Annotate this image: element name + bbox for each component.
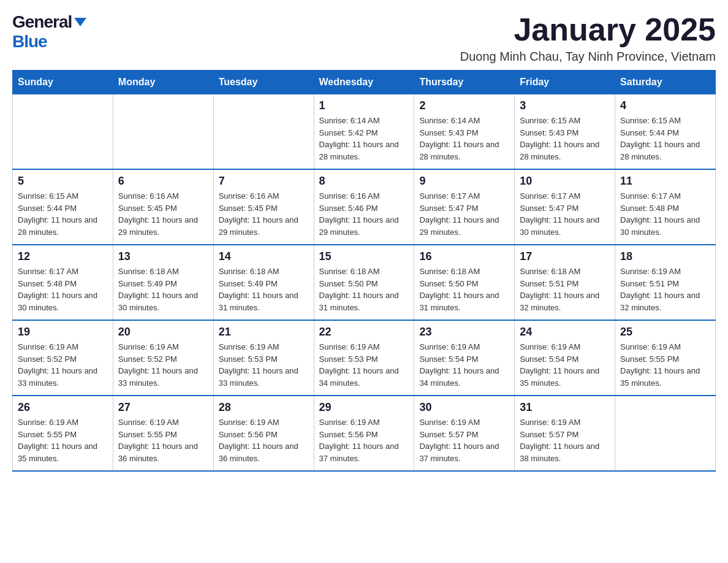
day-info: Sunrise: 6:19 AMSunset: 5:53 PMDaylight:… [319, 341, 409, 389]
calendar-cell: 9Sunrise: 6:17 AMSunset: 5:47 PMDaylight… [414, 169, 515, 245]
day-number: 21 [219, 326, 309, 339]
calendar-cell: 24Sunrise: 6:19 AMSunset: 5:54 PMDayligh… [515, 320, 615, 396]
day-number: 27 [118, 401, 208, 414]
calendar-cell: 21Sunrise: 6:19 AMSunset: 5:53 PMDayligh… [213, 320, 314, 396]
calendar-cell: 5Sunrise: 6:15 AMSunset: 5:44 PMDaylight… [13, 169, 113, 245]
day-info: Sunrise: 6:18 AMSunset: 5:50 PMDaylight:… [419, 266, 509, 313]
header-saturday: Saturday [615, 71, 716, 94]
day-number: 4 [620, 99, 710, 112]
day-number: 17 [520, 250, 610, 263]
day-number: 22 [319, 326, 409, 339]
day-number: 13 [118, 250, 208, 263]
logo-blue-text: Blue [12, 32, 47, 52]
day-info: Sunrise: 6:18 AMSunset: 5:49 PMDaylight:… [219, 266, 309, 313]
day-info: Sunrise: 6:19 AMSunset: 5:55 PMDaylight:… [620, 341, 710, 389]
day-number: 3 [520, 99, 610, 112]
calendar-cell: 25Sunrise: 6:19 AMSunset: 5:55 PMDayligh… [615, 320, 716, 396]
day-number: 10 [520, 175, 610, 188]
header-monday: Monday [113, 71, 213, 94]
calendar-cell: 18Sunrise: 6:19 AMSunset: 5:51 PMDayligh… [615, 245, 716, 320]
calendar-cell [13, 94, 113, 170]
calendar-table: SundayMondayTuesdayWednesdayThursdayFrid… [12, 70, 716, 472]
day-number: 5 [18, 175, 108, 188]
calendar-cell: 20Sunrise: 6:19 AMSunset: 5:52 PMDayligh… [113, 320, 213, 396]
day-info: Sunrise: 6:17 AMSunset: 5:47 PMDaylight:… [419, 190, 509, 238]
calendar-cell: 8Sunrise: 6:16 AMSunset: 5:46 PMDaylight… [314, 169, 414, 245]
calendar-cell: 3Sunrise: 6:15 AMSunset: 5:43 PMDaylight… [515, 94, 615, 170]
calendar-cell: 29Sunrise: 6:19 AMSunset: 5:56 PMDayligh… [314, 396, 414, 471]
day-number: 28 [219, 401, 309, 414]
day-info: Sunrise: 6:19 AMSunset: 5:51 PMDaylight:… [620, 266, 710, 313]
calendar-cell: 26Sunrise: 6:19 AMSunset: 5:55 PMDayligh… [13, 396, 113, 471]
day-number: 1 [319, 99, 409, 112]
month-title: January 2025 [460, 12, 716, 47]
calendar-cell [113, 94, 213, 170]
day-info: Sunrise: 6:19 AMSunset: 5:52 PMDaylight:… [118, 341, 208, 389]
calendar-cell: 7Sunrise: 6:16 AMSunset: 5:45 PMDaylight… [213, 169, 314, 245]
calendar-week-5: 26Sunrise: 6:19 AMSunset: 5:55 PMDayligh… [13, 396, 716, 471]
day-info: Sunrise: 6:19 AMSunset: 5:55 PMDaylight:… [18, 416, 108, 464]
header-wednesday: Wednesday [314, 71, 414, 94]
day-info: Sunrise: 6:19 AMSunset: 5:57 PMDaylight:… [520, 416, 610, 464]
logo: General Blue [12, 12, 86, 52]
calendar-cell: 6Sunrise: 6:16 AMSunset: 5:45 PMDaylight… [113, 169, 213, 245]
day-info: Sunrise: 6:19 AMSunset: 5:54 PMDaylight:… [520, 341, 610, 389]
day-number: 26 [18, 401, 108, 414]
day-number: 9 [419, 175, 509, 188]
day-info: Sunrise: 6:15 AMSunset: 5:44 PMDaylight:… [18, 190, 108, 238]
calendar-cell: 12Sunrise: 6:17 AMSunset: 5:48 PMDayligh… [13, 245, 113, 320]
header-thursday: Thursday [414, 71, 515, 94]
header-tuesday: Tuesday [213, 71, 314, 94]
calendar-week-1: 1Sunrise: 6:14 AMSunset: 5:42 PMDaylight… [13, 94, 716, 170]
calendar-cell: 27Sunrise: 6:19 AMSunset: 5:55 PMDayligh… [113, 396, 213, 471]
day-info: Sunrise: 6:17 AMSunset: 5:48 PMDaylight:… [620, 190, 710, 238]
day-info: Sunrise: 6:19 AMSunset: 5:55 PMDaylight:… [118, 416, 208, 464]
day-info: Sunrise: 6:18 AMSunset: 5:49 PMDaylight:… [118, 266, 208, 313]
calendar-cell [615, 396, 716, 471]
day-number: 6 [118, 175, 208, 188]
calendar-cell: 10Sunrise: 6:17 AMSunset: 5:47 PMDayligh… [515, 169, 615, 245]
day-info: Sunrise: 6:19 AMSunset: 5:57 PMDaylight:… [419, 416, 509, 464]
day-number: 18 [620, 250, 710, 263]
day-info: Sunrise: 6:19 AMSunset: 5:56 PMDaylight:… [219, 416, 309, 464]
calendar-cell: 15Sunrise: 6:18 AMSunset: 5:50 PMDayligh… [314, 245, 414, 320]
day-info: Sunrise: 6:19 AMSunset: 5:56 PMDaylight:… [319, 416, 409, 464]
day-number: 16 [419, 250, 509, 263]
day-number: 23 [419, 326, 509, 339]
calendar-cell: 31Sunrise: 6:19 AMSunset: 5:57 PMDayligh… [515, 396, 615, 471]
calendar-cell: 14Sunrise: 6:18 AMSunset: 5:49 PMDayligh… [213, 245, 314, 320]
calendar-cell: 30Sunrise: 6:19 AMSunset: 5:57 PMDayligh… [414, 396, 515, 471]
day-info: Sunrise: 6:17 AMSunset: 5:47 PMDaylight:… [520, 190, 610, 238]
day-info: Sunrise: 6:15 AMSunset: 5:44 PMDaylight:… [620, 115, 710, 163]
day-info: Sunrise: 6:18 AMSunset: 5:50 PMDaylight:… [319, 266, 409, 313]
day-number: 7 [219, 175, 309, 188]
calendar-cell: 19Sunrise: 6:19 AMSunset: 5:52 PMDayligh… [13, 320, 113, 396]
calendar-cell: 16Sunrise: 6:18 AMSunset: 5:50 PMDayligh… [414, 245, 515, 320]
calendar-cell: 17Sunrise: 6:18 AMSunset: 5:51 PMDayligh… [515, 245, 615, 320]
day-info: Sunrise: 6:17 AMSunset: 5:48 PMDaylight:… [18, 266, 108, 313]
day-number: 11 [620, 175, 710, 188]
calendar-cell: 22Sunrise: 6:19 AMSunset: 5:53 PMDayligh… [314, 320, 414, 396]
day-number: 31 [520, 401, 610, 414]
calendar-week-3: 12Sunrise: 6:17 AMSunset: 5:48 PMDayligh… [13, 245, 716, 320]
day-info: Sunrise: 6:18 AMSunset: 5:51 PMDaylight:… [520, 266, 610, 313]
day-number: 25 [620, 326, 710, 339]
header-friday: Friday [515, 71, 615, 94]
day-number: 20 [118, 326, 208, 339]
day-info: Sunrise: 6:15 AMSunset: 5:43 PMDaylight:… [520, 115, 610, 163]
day-info: Sunrise: 6:16 AMSunset: 5:45 PMDaylight:… [219, 190, 309, 238]
day-number: 15 [319, 250, 409, 263]
title-area: January 2025 Duong Minh Chau, Tay Ninh P… [460, 12, 716, 64]
header: General Blue January 2025 Duong Minh Cha… [12, 12, 716, 64]
day-number: 19 [18, 326, 108, 339]
calendar-cell [213, 94, 314, 170]
day-number: 29 [319, 401, 409, 414]
header-sunday: Sunday [13, 71, 113, 94]
calendar-week-2: 5Sunrise: 6:15 AMSunset: 5:44 PMDaylight… [13, 169, 716, 245]
day-info: Sunrise: 6:19 AMSunset: 5:54 PMDaylight:… [419, 341, 509, 389]
calendar-header-row: SundayMondayTuesdayWednesdayThursdayFrid… [13, 71, 716, 94]
location-title: Duong Minh Chau, Tay Ninh Province, Viet… [460, 50, 716, 64]
logo-general-text: General [12, 12, 72, 32]
day-number: 8 [319, 175, 409, 188]
day-number: 24 [520, 326, 610, 339]
